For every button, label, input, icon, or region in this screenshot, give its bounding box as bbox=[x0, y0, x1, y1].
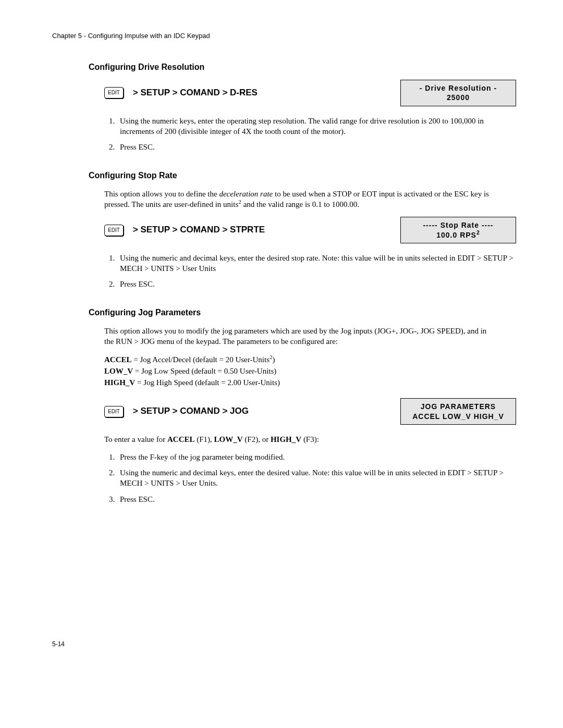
jog-enter-instruction: To enter a value for ACCEL (F1), LOW_V (… bbox=[104, 434, 516, 445]
em-deceleration-rate: deceleration rate bbox=[219, 190, 273, 198]
param-accel: ACCEL = Jog Accel/Decel (default = 20 Us… bbox=[104, 354, 516, 365]
text: = Jog High Speed (default = 2.00 User-Un… bbox=[135, 378, 280, 387]
lcd-line: 100.0 RPS2 bbox=[406, 230, 510, 240]
section-title-jog-parameters: Configuring Jog Parameters bbox=[89, 307, 516, 318]
lcd-line: - Drive Resolution - bbox=[406, 83, 510, 93]
chapter-header: Chapter 5 - Configuring Impulse with an … bbox=[52, 31, 516, 41]
text: (F2), or bbox=[243, 435, 271, 443]
param-highv: HIGH_V = Jog High Speed (default = 2.00 … bbox=[104, 377, 516, 388]
steps-stop-rate: Using the numeric and decimal keys, ente… bbox=[104, 253, 516, 290]
label: LOW_V bbox=[214, 435, 243, 443]
label: HIGH_V bbox=[104, 378, 135, 387]
label: HIGH_V bbox=[271, 435, 301, 443]
lcd-display-stop-rate: ----- Stop Rate ---- 100.0 RPS2 bbox=[400, 217, 516, 243]
text: (F3): bbox=[301, 435, 319, 443]
nav-row-jog: EDIT > SETUP > COMAND > JOG JOG PARAMETE… bbox=[104, 398, 516, 424]
lcd-line: JOG PARAMETERS bbox=[406, 402, 510, 411]
text: (F1), bbox=[195, 435, 214, 443]
edit-key-icon: EDIT bbox=[104, 87, 124, 98]
intro-stop-rate: This option allows you to define the dec… bbox=[104, 189, 516, 210]
page-number: 5-14 bbox=[52, 640, 516, 648]
list-item: Press ESC. bbox=[117, 494, 516, 504]
label: LOW_V bbox=[104, 367, 133, 375]
list-item: Press ESC. bbox=[117, 279, 516, 289]
steps-drive-resolution: Using the numeric keys, enter the operat… bbox=[104, 116, 516, 153]
section-title-drive-resolution: Configuring Drive Resolution bbox=[89, 61, 516, 73]
nav-path-stop-rate: > SETUP > COMAND > STPRTE bbox=[133, 224, 400, 236]
list-item: Using the numeric keys, enter the operat… bbox=[117, 116, 516, 137]
edit-key-icon: EDIT bbox=[104, 406, 124, 417]
nav-row-stop-rate: EDIT > SETUP > COMAND > STPRTE ----- Sto… bbox=[104, 217, 516, 243]
text: This option allows you to define the bbox=[104, 190, 219, 198]
param-lowv: LOW_V = Jog Low Speed (default = 0.50 Us… bbox=[104, 366, 516, 376]
text: ) bbox=[273, 355, 275, 364]
list-item: Using the numeric and decimal keys, ente… bbox=[117, 253, 516, 274]
nav-row-drive-resolution: EDIT > SETUP > COMAND > D-RES - Drive Re… bbox=[104, 80, 516, 106]
text: = Jog Low Speed (default = 0.50 User-Uni… bbox=[133, 367, 276, 375]
lcd-line: ----- Stop Rate ---- bbox=[406, 220, 510, 230]
section-title-stop-rate: Configuring Stop Rate bbox=[89, 170, 516, 181]
text: = Jog Accel/Decel (default = 20 User-Uni… bbox=[132, 355, 270, 364]
label: ACCEL bbox=[104, 355, 132, 364]
text: To enter a value for bbox=[104, 435, 167, 443]
list-item: Using the numeric and decimal keys, ente… bbox=[117, 467, 516, 489]
intro-jog: This option allows you to modify the jog… bbox=[104, 326, 516, 347]
list-item: Press ESC. bbox=[117, 142, 516, 152]
nav-path-jog: > SETUP > COMAND > JOG bbox=[133, 405, 400, 417]
nav-path-drive-resolution: > SETUP > COMAND > D-RES bbox=[133, 87, 400, 99]
list-item: Press the F-key of the jog parameter bei… bbox=[117, 452, 516, 462]
lcd-display-jog: JOG PARAMETERS ACCEL LOW_V HIGH_V bbox=[400, 398, 516, 424]
lcd-line: 25000 bbox=[406, 93, 510, 102]
lcd-line: ACCEL LOW_V HIGH_V bbox=[406, 412, 510, 421]
edit-key-icon: EDIT bbox=[104, 225, 124, 236]
label: ACCEL bbox=[167, 435, 195, 443]
steps-jog: Press the F-key of the jog parameter bei… bbox=[104, 452, 516, 504]
lcd-display-drive-resolution: - Drive Resolution - 25000 bbox=[400, 80, 516, 106]
text: and the valid range is 0.1 to 1000.00. bbox=[241, 200, 359, 208]
